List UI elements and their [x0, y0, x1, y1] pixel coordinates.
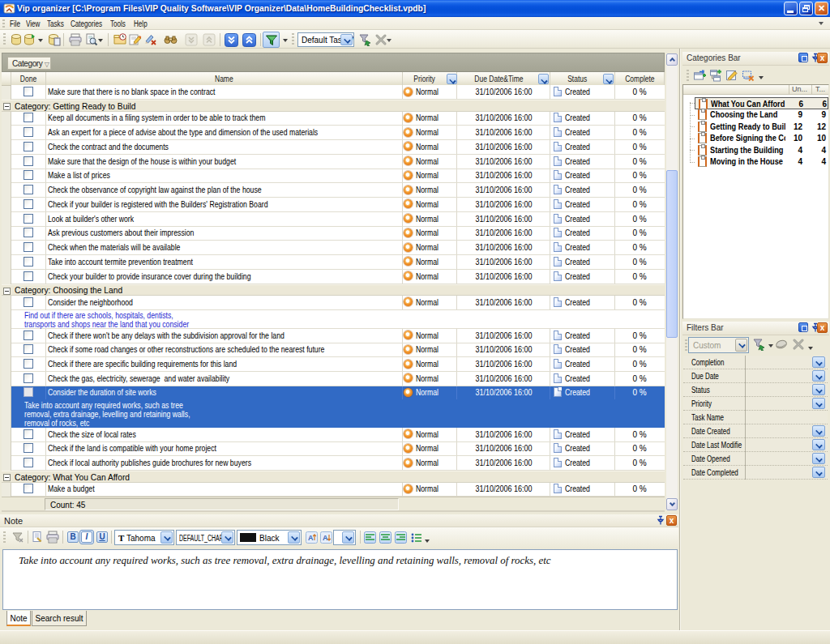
svg-text:A: A — [308, 534, 314, 542]
svg-text:A: A — [323, 534, 328, 542]
